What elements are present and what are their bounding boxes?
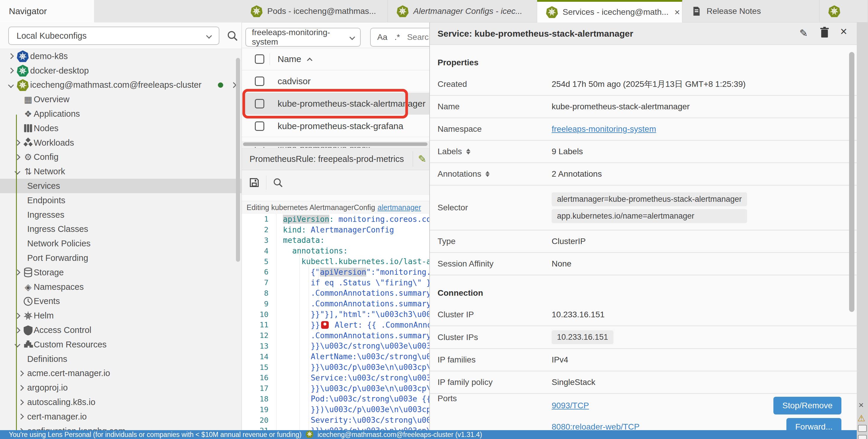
sidebar-item-applications[interactable]: ❖Applications <box>0 107 242 121</box>
close-tab-icon[interactable]: × <box>673 7 681 18</box>
chevron-right-icon[interactable] <box>18 399 24 405</box>
sidebar-item-acme-cert-manager-io[interactable]: acme.cert-manager.io <box>0 366 242 381</box>
save-icon[interactable] <box>248 177 260 189</box>
chevron-right-icon[interactable] <box>8 53 14 59</box>
connected-cluster-label[interactable]: icecheng@mathmast.com@freeleaps-cluster … <box>317 431 482 439</box>
warning-triangle-icon: ⚠ <box>857 413 865 423</box>
workloads-icon <box>23 137 34 148</box>
chevron-right-icon[interactable] <box>230 82 237 88</box>
chevron-right-icon[interactable] <box>8 68 14 74</box>
sidebar-item-autoscaling-k8s-io[interactable]: autoscaling.k8s.io <box>0 395 242 409</box>
chevron-right-icon[interactable] <box>18 370 24 376</box>
sidebar-item-endpoints[interactable]: Endpoints <box>0 193 242 208</box>
table-row[interactable]: kube-prometheus-stack-alertmanager <box>242 93 429 114</box>
sidebar-item-helm[interactable]: Helm <box>0 308 242 323</box>
tab-release[interactable]: Release Notes <box>682 0 819 23</box>
sidebar-item-access-control[interactable]: Access Control <box>0 323 242 337</box>
chevron-down-icon[interactable] <box>14 341 21 347</box>
row-checkbox[interactable] <box>255 99 264 108</box>
yaml-editor[interactable]: 1apiVersion: monitoring.coreos.com/v12ki… <box>242 214 429 430</box>
sidebar-item-namespaces[interactable]: ◈Namespaces <box>0 280 242 294</box>
detail-row-namespace: Namespacefreeleaps-monitoring-system <box>430 118 857 141</box>
code-text: if eq .Status \"firing\" }} <box>276 277 429 288</box>
alertmanager-config-link[interactable]: alertmanager <box>377 203 421 212</box>
select-all-checkbox[interactable] <box>255 54 264 64</box>
chevron-down-icon[interactable] <box>8 82 14 88</box>
horizontal-scrollbar[interactable] <box>242 141 429 147</box>
indent-guide <box>300 246 300 430</box>
sidebar-scrollbar[interactable] <box>236 58 240 262</box>
label-chip: app.kubernetes.io/name=alertmanager <box>552 209 747 223</box>
edit-service-icon[interactable]: ✎ <box>799 27 808 39</box>
sidebar-item-network[interactable]: ⇅Network <box>0 164 242 179</box>
sidebar-item-overview[interactable]: ▦Overview <box>0 92 242 107</box>
sidebar-item-docker-desktop[interactable]: docker-desktop <box>0 64 242 78</box>
sidebar-item-storage[interactable]: Storage <box>0 265 242 280</box>
sidebar-item-events[interactable]: Events <box>0 294 242 309</box>
helm-icon <box>23 310 34 322</box>
tab-alertmanager[interactable]: Alertmanager Configs - icec... <box>388 0 537 23</box>
scrollbar-thumb[interactable] <box>243 142 428 146</box>
port-link[interactable]: 9093/TCP <box>552 401 589 410</box>
delete-service-icon[interactable] <box>819 27 830 38</box>
sidebar-item-network-policies[interactable]: Network Policies <box>0 236 242 251</box>
regex-toggle[interactable]: .* <box>394 33 400 42</box>
row-checkbox[interactable] <box>255 76 264 86</box>
code-segment: Severity:\u003c/strong\u003e {{ <box>283 416 429 425</box>
namespace-link[interactable]: freeleaps-monitoring-system <box>552 124 656 134</box>
sidebar-item-argoproj-io[interactable]: argoproj.io <box>0 380 242 395</box>
chevron-right-icon[interactable] <box>14 313 21 319</box>
sidebar-item-port-forwarding[interactable]: Port Forwarding <box>0 251 242 265</box>
detail-scrollbar[interactable] <box>849 52 855 312</box>
name-column-header[interactable]: Name <box>278 54 301 64</box>
edit-rule-icon[interactable]: ✎ <box>418 153 427 165</box>
row-checkbox[interactable] <box>255 122 264 131</box>
tab-navigator[interactable]: Navigator <box>0 0 94 23</box>
right-edge-strip: × ⚠ <box>857 23 868 439</box>
tab-pods[interactable]: Pods - icecheng@mathmas... <box>242 0 388 23</box>
detail-row-ip-families: IP familiesIPv4 <box>430 349 857 371</box>
sort-toggle-icon[interactable] <box>466 148 470 155</box>
port-action-button[interactable]: Stop/Remove <box>773 397 841 414</box>
close-panel-icon[interactable]: × <box>840 25 847 38</box>
editor-search-icon[interactable] <box>272 177 283 188</box>
sidebar-item-ingresses[interactable]: Ingresses <box>0 208 242 222</box>
sidebar-item-demo-k8s[interactable]: demo-k8s <box>0 49 242 64</box>
chevron-right-icon[interactable] <box>18 414 24 419</box>
chevron-right-icon[interactable] <box>18 385 24 391</box>
detail-row-ip-family-policy: IP family policySingleStack <box>430 371 857 394</box>
sidebar-item-nodes[interactable]: Nodes <box>0 121 242 136</box>
match-case-toggle[interactable]: Aa <box>377 33 387 42</box>
sidebar-item-cert-manager-io[interactable]: cert-manager.io <box>0 409 242 424</box>
sidebar-item-workloads[interactable]: Workloads <box>0 136 242 150</box>
code-segment: }})\u003c/p\u003e\n\u003cp\u00 <box>283 405 429 414</box>
kubeconfig-select[interactable]: Local Kubeconfigs <box>8 27 219 45</box>
sidebar-item-config[interactable]: ⚙Config <box>0 150 242 165</box>
chevron-right-icon[interactable] <box>14 327 21 333</box>
search-input[interactable]: Aa .* Search <box>370 28 429 47</box>
sidebar-item-definitions[interactable]: Definitions <box>0 352 242 366</box>
chevron-right-icon[interactable] <box>14 269 21 275</box>
chevron-right-icon[interactable] <box>14 154 21 160</box>
code-text: }}\u003c/p\u003e\n\u003cp\u003e <box>276 426 429 430</box>
detail-label: Created <box>438 79 552 89</box>
chevron-right-icon[interactable] <box>14 140 21 146</box>
sidebar-item-ingress-classes[interactable]: Ingress Classes <box>0 222 242 237</box>
sidebar-search-icon[interactable] <box>226 30 239 42</box>
code-line: 12 .CommonAnnotations.summary }} {{ <box>242 330 429 341</box>
tab-services[interactable]: Services - icecheng@math...× <box>537 0 682 23</box>
overview-icon: ▦ <box>23 94 34 105</box>
namespace-select[interactable]: freeleaps-monitoring-system <box>245 28 361 47</box>
sort-ascending-icon[interactable] <box>307 58 312 63</box>
tab-partial[interactable] <box>819 0 868 23</box>
chevron-down-icon[interactable] <box>14 169 21 175</box>
table-row[interactable]: cadvisor <box>242 70 429 92</box>
editor-caption: Editing kubernetes AlertmanagerConfig al… <box>242 201 429 214</box>
table-row[interactable]: kube-prometheus-stack-grafana <box>242 115 429 137</box>
sidebar-item-services[interactable]: Services <box>0 179 242 193</box>
sidebar-item-custom-resources[interactable]: Custom Resources <box>0 337 242 352</box>
custom-icon <box>23 339 34 350</box>
sort-toggle-icon[interactable] <box>486 171 490 177</box>
sidebar-item-icecheng-mathmast-com-freeleaps-cluster[interactable]: icecheng@mathmast.com@freeleaps-cluster <box>0 78 242 93</box>
code-line: 1apiVersion: monitoring.coreos.com/v1 <box>242 214 429 225</box>
